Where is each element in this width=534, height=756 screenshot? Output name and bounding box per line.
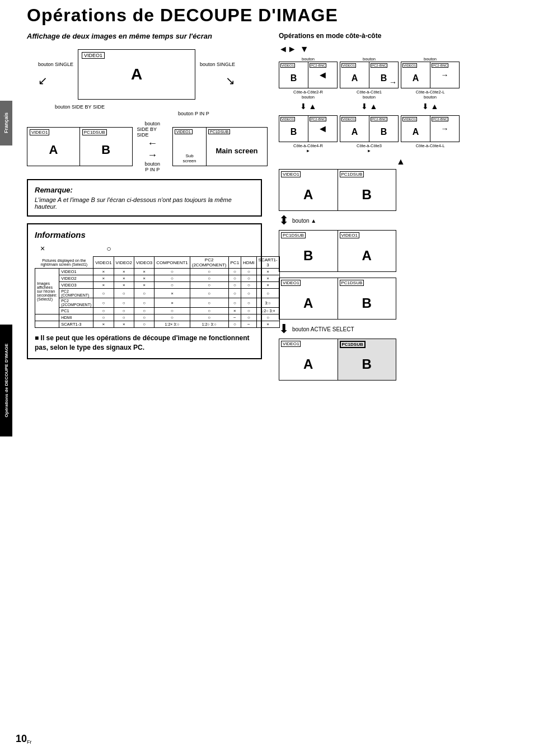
active-bottom-left: VIDEO1 A [279, 339, 338, 380]
right-labels: bouton SINGLE ↘ [200, 62, 235, 87]
big-bottom-tag-left: PC1DSUB [281, 232, 306, 238]
th-pc2: PC2(2COMPONENT) [190, 257, 228, 269]
cac3-right: PC2-BNC B [369, 116, 398, 142]
info-heading: Informations [35, 230, 254, 240]
diagram-a-letter: A [131, 65, 142, 83]
cac3: VIDEO1 A PC2-BNC B Côte-à-Côte3 ► [340, 115, 399, 153]
th-scart: SCART1-3 [256, 257, 279, 269]
active-bottom-right: PC1DSUB B [338, 339, 396, 380]
active-bottom-panel: VIDEO1 A PC1DSUB B [279, 339, 396, 381]
arrows-indicator: ◄► ▼ [279, 44, 523, 54]
cac1-bouton-bottom: bouton [363, 95, 376, 100]
active-select-section: VIDEO1 A PC1DSUB B ⬇ bouton ACTIVE SELEC… [279, 278, 523, 381]
cac1-letter-left: A [352, 73, 358, 83]
cac4r-left: VIDEO1 B [279, 116, 308, 142]
cell-v1-scart: × [256, 269, 279, 275]
big-bottom-letter-left: B [303, 248, 313, 264]
big-top-right: PC1DSUB B [338, 170, 396, 210]
big-top-tag-left: VIDEO1 [281, 171, 301, 177]
table-row: VIDEO3 × × × ○ ○ ○ ○ × [35, 282, 280, 289]
diagram-a-tag: VIDEO1 [82, 52, 105, 59]
cac1-arrow: → [389, 78, 397, 87]
arrow-left: ← [147, 138, 157, 149]
cac2r-label: Côte-à-Côte2-R [293, 90, 323, 95]
table-row: PC1 ○ ○ ○ ○ ○ × ○ 1:2○ 3:× [35, 308, 280, 314]
cac4l: VIDEO1 A PC2-BNC → Côte-à-Côte4-L [401, 115, 460, 148]
cac3-left: VIDEO1 A [340, 116, 369, 142]
big-top-panel: VIDEO1 A PC1DSUB B [279, 169, 396, 211]
table-sub-header: Pictures displayed on the right/main scr… [35, 257, 93, 269]
cac4r-letter-left: B [291, 127, 297, 137]
cac-bouton-row: ⬇ ▲ ⬇ ▲ ⬇ ▲ [279, 102, 523, 111]
pin-p-text: bouton P IN P [178, 111, 209, 116]
arrow-down-right: ↘ [226, 74, 235, 87]
panel-b-letter: B [101, 143, 110, 157]
active-bottom-tag-left: VIDEO1 [281, 341, 301, 347]
sub-screen-panel: VIDEO1 Sub screen [173, 128, 207, 166]
symbol-legend: × ○ [40, 244, 254, 253]
table-row: VIDEO2 × × × ○ ○ ○ ○ × [35, 275, 280, 282]
side-tab-francais-label: Français [3, 112, 9, 133]
sub-screen-label: Sub [185, 153, 193, 158]
th-component1: COMPONENT1 [154, 257, 190, 269]
table-row: PC2 (COMPONENT) ○ ○ ○ × ○ ○ ○ ○ [35, 289, 280, 298]
side-tab-operations: Opérations de DECOUPE D'IMAGE [0, 325, 12, 436]
active-top-letter-right: B [362, 295, 372, 311]
cac4l-tag-right: PC2-BNC [432, 117, 448, 121]
big-top-letter-right: B [362, 187, 372, 203]
pin-p-label-mid: bouton [145, 161, 161, 167]
big-top-left: VIDEO1 A [279, 170, 338, 210]
triangle-up-area: ▲ [279, 157, 523, 167]
active-top-panel: VIDEO1 A PC1DSUB B [279, 278, 396, 320]
cac3-label: Côte-à-Côte3 [357, 143, 382, 148]
cac2r-arrow: ◄ [318, 69, 328, 81]
big-bottom-panel: PC1DSUB B VIDEO1 A [279, 230, 396, 272]
row-pc2-comp: PC2 (COMPONENT) [59, 289, 93, 298]
cell-v1-v1: × [93, 269, 114, 275]
active-top-right: PC1DSUB B [338, 278, 396, 319]
cac2l: bouton VIDEO1 A PC2-BNC → Côte-à-Côte2-L… [401, 57, 460, 100]
sub-video1-tag: VIDEO1 [175, 129, 193, 134]
row-pc1: PC1 [59, 308, 93, 314]
cac-row1: bouton VIDEO1 B PC2-BNC ◄ Côte-à-Côte2-R… [279, 57, 523, 100]
panel-pc1dsub: PC1DSUB B [80, 128, 132, 166]
arrow-down-indicator: ▼ [300, 44, 309, 54]
table-row: SCART1-3 × × ○ 1:2× 3:○ 1:2○ 3:○ ○ − × [35, 321, 280, 328]
row-video3: VIDEO3 [59, 282, 93, 289]
page-lang: Fr [27, 739, 32, 745]
active-bottom-letter-right: B [362, 356, 372, 372]
page-number: 10 [16, 733, 27, 745]
row-scart: SCART1-3 [59, 321, 93, 328]
cac-row2: VIDEO1 B PC2-BNC ◄ Côte-à-Côte4-R ► [279, 115, 523, 153]
cac2l-bouton-bottom: bouton [424, 95, 437, 100]
cac4r-arrow: ◄ [318, 123, 328, 135]
group-label: Images affichées sur l'écran secondaire:… [35, 269, 59, 314]
side-by-side-arrow-area: bouton SIDE BY SIDE ← → bouton P IN P [137, 121, 168, 172]
cac4l-panel: VIDEO1 A PC2-BNC → [401, 115, 460, 142]
cac2l-tag-left: VIDEO1 [402, 63, 417, 68]
big-top-tag-right: PC1DSUB [340, 171, 364, 177]
cac4r: VIDEO1 B PC2-BNC ◄ Côte-à-Côte4-R ► [279, 115, 338, 153]
bouton-pin-p-label-below: bouton P IN P [178, 111, 268, 116]
row-pc2-2comp: PC2 (2COMPONENT) [59, 298, 93, 308]
th-pc1: PC1 [228, 257, 241, 269]
table-row: HDMI ○ ○ ○ ○ ○ − ○ ○ [35, 314, 280, 321]
cell-v1-pc2: ○ [190, 269, 228, 275]
cell-v1-c1: ○ [154, 269, 190, 275]
cac4r-tag-left: VIDEO1 [280, 117, 295, 121]
cac1-bot-area: ⬇ ▲ [340, 102, 399, 111]
cac1-left: VIDEO1 A [340, 62, 369, 88]
two-panel-row: VIDEO1 A PC1DSUB B bouton SIDE BY SIDE ←… [27, 121, 268, 172]
bouton-arrow-down-right: ⬇ ▲ [422, 102, 439, 111]
cac3-letter-right: B [381, 127, 387, 137]
table-row: Images affichées sur l'écran secondaire:… [35, 269, 280, 275]
cac4r-panel: VIDEO1 B PC2-BNC ◄ [279, 115, 338, 142]
cac1-tag-right: PC2-BNC [371, 63, 387, 68]
sub-screen-label2: screen [182, 158, 196, 163]
cac2l-right: PC2-BNC → [430, 62, 459, 88]
cac1: bouton VIDEO1 A PC2-BNC B → Côte-à-Côte1 [340, 57, 399, 100]
cell-v1-hdmi: ○ [241, 269, 256, 275]
cac2l-letter-left: A [413, 73, 419, 83]
active-top-letter-left: A [303, 295, 313, 311]
cell-v1-v2: × [114, 269, 134, 275]
